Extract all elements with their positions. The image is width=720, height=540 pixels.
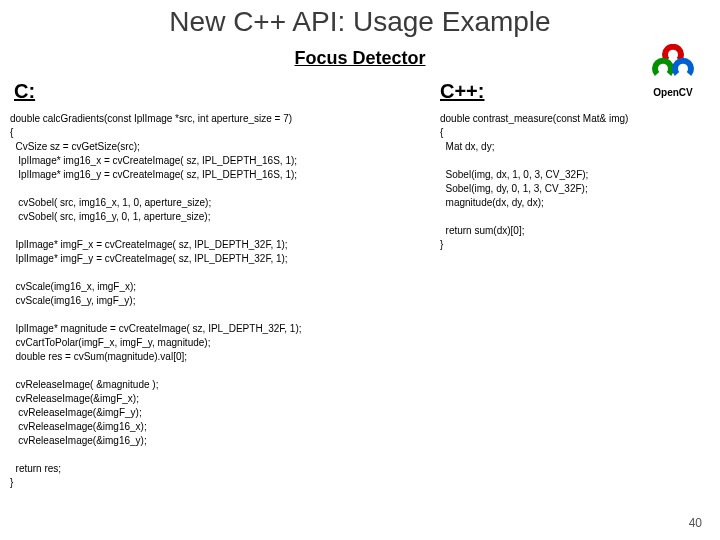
code-block-c: double calcGradients(const IplImage *src… <box>10 112 410 490</box>
slide: New C++ API: Usage Example Focus Detecto… <box>0 0 720 540</box>
opencv-logo-label: OpenCV <box>644 87 702 98</box>
opencv-logo: OpenCV <box>644 44 702 98</box>
slide-subtitle: Focus Detector <box>0 48 720 69</box>
column-header-c: C: <box>14 80 35 103</box>
slide-title: New C++ API: Usage Example <box>0 6 720 38</box>
code-block-cpp: double contrast_measure(const Mat& img) … <box>440 112 700 252</box>
page-number: 40 <box>689 516 702 530</box>
opencv-logo-icon <box>644 44 702 82</box>
column-header-cpp: C++: <box>440 80 484 103</box>
